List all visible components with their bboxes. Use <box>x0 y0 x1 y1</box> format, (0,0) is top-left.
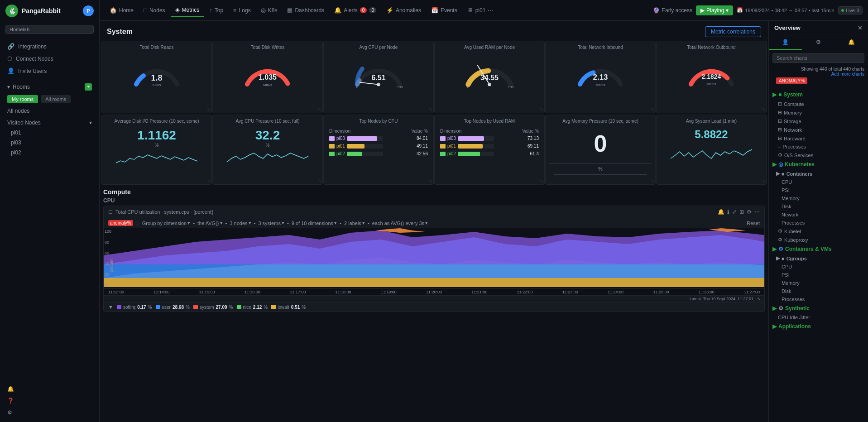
tab-notifications[interactable]: 🔔 <box>835 35 868 50</box>
nav-pi01[interactable]: 🖥 pi01 ⋯ <box>463 4 498 16</box>
tree-k8s-nework[interactable]: Nework <box>769 211 868 219</box>
legend-down-arrow[interactable]: ▼ <box>108 304 113 310</box>
resize-handle[interactable]: ⤡ <box>540 107 543 112</box>
search-charts-input[interactable] <box>772 53 864 63</box>
tree-item-storage[interactable]: ⊞ Storage <box>769 117 868 125</box>
alert-badge-gray: 0 <box>369 7 376 13</box>
my-rooms-button[interactable]: My rooms <box>7 95 38 103</box>
node-item-pi02[interactable]: pi02 <box>0 148 99 158</box>
tree-containers-vms-header[interactable]: ▶ ⚙ Containers & VMs <box>769 244 868 254</box>
tree-k8s-memory[interactable]: Memory <box>769 194 868 202</box>
tree-cg-processes[interactable]: Processes <box>769 295 868 303</box>
tree-item-kubeproxy[interactable]: ⚙ Kubeproxy <box>769 235 868 244</box>
sidebar-item-invite-users[interactable]: 👤 Invite Users <box>0 65 99 77</box>
tree-cgroups-header[interactable]: ▶ ■ Cgroups <box>769 254 868 263</box>
chart-resize[interactable]: ⤡ <box>757 297 761 301</box>
tree-item-compute[interactable]: ⊞ Compute <box>769 100 868 108</box>
add-more-charts-link[interactable]: Add more charts <box>831 72 864 77</box>
reset-button[interactable]: Reset <box>747 221 760 226</box>
node-item-pi01[interactable]: pi01 <box>0 128 99 138</box>
sidebar-item-connect-nodes[interactable]: ⬡ Connect Nodes <box>0 53 99 65</box>
resize-handle[interactable]: ⤡ <box>429 178 432 183</box>
group-by-dropdown[interactable]: Group by dimension ▾ <box>142 220 190 226</box>
sidebar-item-integrations[interactable]: 🔗 Integrations <box>0 40 99 53</box>
sidebar-item-help[interactable]: ❓ <box>0 395 99 407</box>
play-button[interactable]: ▶ Playing ▾ <box>696 5 733 15</box>
tree-item-memory[interactable]: ⊞ Memory <box>769 108 868 117</box>
nav-home[interactable]: 🏠 Home <box>105 4 138 16</box>
sidebar-bottom: 🔔 ❓ ⚙ <box>0 379 99 422</box>
live-badge[interactable]: Live 3 <box>838 6 863 14</box>
resize-handle[interactable]: ⤡ <box>318 178 321 183</box>
interval-dropdown[interactable]: each as AVG() every 3s ▾ <box>372 220 428 226</box>
all-nodes-label[interactable]: All nodes <box>0 105 99 117</box>
avg-dropdown[interactable]: the AVG() ▾ <box>197 220 222 226</box>
tree-k8s-disk[interactable]: Disk <box>769 202 868 211</box>
sidebar-item-notifications[interactable]: 🔔 <box>0 383 99 395</box>
alarm-icon[interactable]: 🔔 <box>718 209 724 215</box>
nav-alerts[interactable]: 🔔 Alerts 0 0 <box>330 4 381 16</box>
add-room-button[interactable]: + <box>85 83 92 91</box>
tree-item-os-services[interactable]: ⚙ O/S Services <box>769 151 868 159</box>
filter-tab-icon: ⚙ <box>816 39 821 45</box>
dashboard-header: System Metric correlations <box>100 21 768 41</box>
mem-pressure-unit: % <box>598 166 603 172</box>
tree-k8s-psi[interactable]: PSI <box>769 186 868 194</box>
node-item-pi03[interactable]: pi03 <box>0 138 99 148</box>
tree-item-processes[interactable]: ≡ Processes <box>769 143 868 151</box>
nav-top[interactable]: ↑ Top <box>205 4 228 16</box>
tree-item-network[interactable]: ⊞ Network <box>769 125 868 134</box>
tree-k8s-cpu[interactable]: CPU <box>769 178 868 186</box>
resize-handle[interactable]: ⤡ <box>762 178 765 183</box>
tree-cg-cpu[interactable]: CPU <box>769 263 868 271</box>
tree-k8s-processes[interactable]: Processes <box>769 219 868 227</box>
resize-handle[interactable]: ⤡ <box>762 107 765 112</box>
tree-item-kubelet[interactable]: ⚙ Kubelet <box>769 227 868 235</box>
close-panel-icon[interactable]: ✕ <box>858 24 863 31</box>
workspace-badge[interactable]: Homelab <box>5 25 94 34</box>
all-rooms-button[interactable]: All rooms <box>41 95 71 103</box>
resize-handle[interactable]: ⤡ <box>651 178 654 183</box>
resize-handle[interactable]: ⤡ <box>651 107 654 112</box>
expand-icon[interactable]: ⤢ <box>732 209 737 215</box>
tree-cg-psi[interactable]: PSI <box>769 271 868 279</box>
tab-charts[interactable]: 👤 <box>769 35 802 50</box>
settings-icon[interactable]: ⚙ <box>747 209 752 215</box>
nodes-dropdown[interactable]: 3 nodes ▾ <box>230 220 251 226</box>
anomaly-filter-button[interactable]: ANOMALY% <box>776 77 807 84</box>
time-range[interactable]: 📅 19/09/2024 • 08:42 → 08:57 • last 15mi… <box>737 7 834 13</box>
nav-metrics[interactable]: ◈ Metrics <box>171 4 204 17</box>
info-icon[interactable]: ℹ <box>727 209 729 215</box>
nav-nodes[interactable]: □ Nodes <box>139 4 170 16</box>
tree-synthetic-header[interactable]: ▶ ⚙ Synthetic <box>769 303 868 313</box>
tree-cg-memory[interactable]: Memory <box>769 279 868 287</box>
labels-dropdown[interactable]: 2 labels ▾ <box>344 220 365 226</box>
nav-dashboards[interactable]: ▦ Dashboards <box>283 4 329 16</box>
tab-filter[interactable]: ⚙ <box>802 35 835 50</box>
tree-cg-disk[interactable]: Disk <box>769 287 868 295</box>
resize-handle[interactable]: ⤡ <box>540 178 543 183</box>
tree-containers-header[interactable]: ▶ ■ Containers <box>769 169 868 178</box>
grid-icon[interactable]: ⊞ <box>739 209 744 215</box>
early-access[interactable]: 🔮 Early access <box>653 7 692 14</box>
metric-correlations-button[interactable]: Metric correlations <box>705 26 761 37</box>
resize-handle[interactable]: ⤡ <box>207 178 211 183</box>
tree-item-cpu-idle-jitter[interactable]: CPU Idle Jitter <box>769 313 868 321</box>
resize-handle[interactable]: ⤡ <box>429 107 432 112</box>
more-icon[interactable]: ⋯ <box>754 209 760 215</box>
tree-item-hardware[interactable]: ⊞ Hardware <box>769 134 868 143</box>
app-logo[interactable]: 🐇 <box>5 5 18 17</box>
resize-handle[interactable]: ⤡ <box>318 107 321 112</box>
tree-applications-header[interactable]: ▶ Applications <box>769 321 868 331</box>
user-avatar[interactable]: P <box>83 5 94 16</box>
nav-logs[interactable]: ≡ Logs <box>229 4 255 16</box>
nav-events[interactable]: 📅 Events <box>427 4 462 16</box>
nav-k8s[interactable]: ◎ K8s <box>256 4 282 16</box>
nav-anomalies[interactable]: ⚡ Anomalies <box>382 4 426 16</box>
resize-handle[interactable]: ⤡ <box>207 107 211 112</box>
tree-kubernetes-header[interactable]: ▶ ◎ Kubernetes <box>769 159 868 169</box>
dimensions-dropdown[interactable]: 9 of 10 dimensions ▾ <box>292 220 337 226</box>
tree-system-header[interactable]: ▶ ■ System <box>769 90 868 100</box>
sidebar-item-settings[interactable]: ⚙ <box>0 407 99 418</box>
systems-dropdown[interactable]: 3 systems ▾ <box>258 220 284 226</box>
